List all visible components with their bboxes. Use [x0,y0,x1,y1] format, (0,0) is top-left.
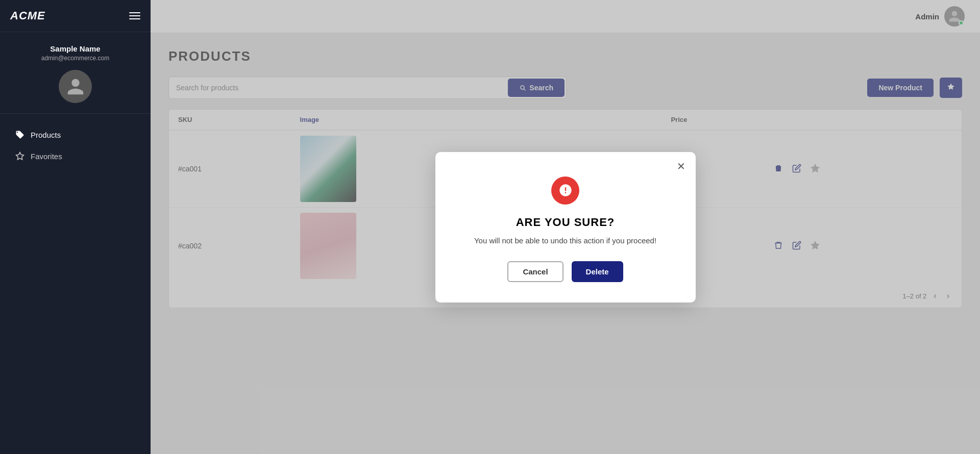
modal-warning-icon-circle [551,176,579,205]
sidebar-item-products[interactable]: Products [0,124,151,145]
sidebar-header: ACME [0,0,151,32]
sidebar-avatar [59,70,92,103]
star-icon [15,152,24,161]
svg-marker-0 [16,153,24,160]
tag-icon [15,130,24,139]
modal-body: You will not be able to undo this action… [474,236,656,245]
sidebar-item-favorites-label: Favorites [31,152,62,161]
modal-overlay: ✕ ARE YOU SURE? You will not be able to … [151,0,980,454]
confirm-delete-modal: ✕ ARE YOU SURE? You will not be able to … [435,152,696,302]
modal-actions: Cancel Delete [507,261,623,282]
sidebar-profile-name: Sample Name [50,44,100,53]
sidebar: ACME Sample Name admin@ecommerce.com Pro… [0,0,151,454]
sidebar-nav: Products Favorites [0,114,151,177]
sidebar-profile-email: admin@ecommerce.com [41,55,110,62]
hamburger-menu-icon[interactable] [129,12,140,19]
sidebar-logo: ACME [10,9,45,22]
sidebar-item-products-label: Products [31,131,61,139]
modal-delete-button[interactable]: Delete [572,261,623,282]
exclamation-icon [558,183,573,197]
sidebar-profile: Sample Name admin@ecommerce.com [0,32,151,114]
person-icon [66,77,85,96]
sidebar-item-favorites[interactable]: Favorites [0,145,151,167]
modal-close-button[interactable]: ✕ [677,160,685,172]
main-content: Admin PRODUCTS Search [151,0,980,454]
modal-cancel-button[interactable]: Cancel [507,261,563,282]
modal-title: ARE YOU SURE? [516,216,615,229]
